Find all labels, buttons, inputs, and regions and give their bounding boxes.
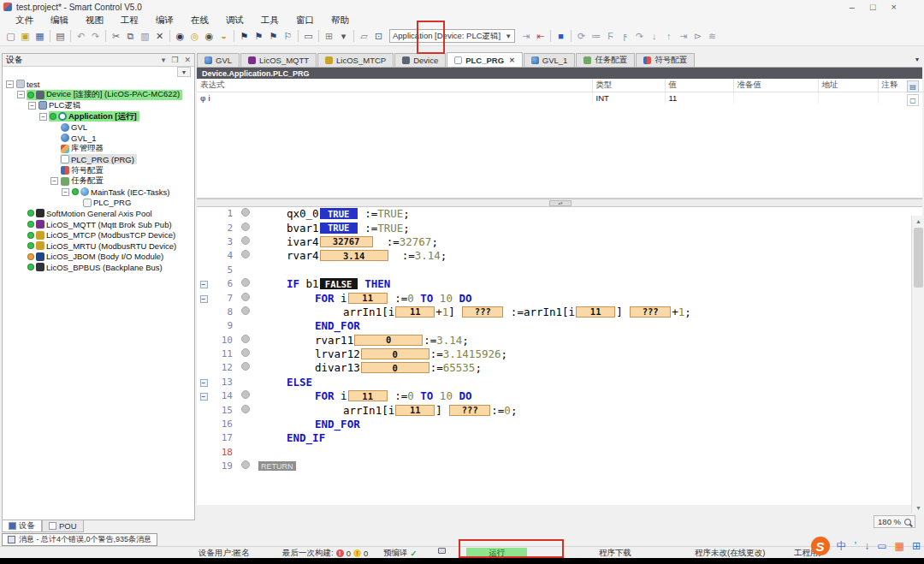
tree-item-chip[interactable]: GVL [60, 122, 90, 133]
menu-编辑[interactable]: 编辑 [42, 15, 77, 27]
bookmark-next-icon[interactable]: ⚑ [267, 29, 280, 44]
breakpoint-slot[interactable] [236, 335, 255, 346]
new-window-icon[interactable]: ▱ [358, 29, 370, 44]
st-code-editor[interactable]: 1qx0_0TRUE :=TRUE;2bvar1TRUE :=TRUE;3iva… [197, 207, 922, 505]
tree-item[interactable]: PLC_PRG [3, 198, 194, 209]
breakpoint-dot-icon[interactable] [241, 293, 250, 301]
code-line-10[interactable]: 10rvar110:=3.14; [197, 333, 922, 347]
panel-tab-POU[interactable]: POU [42, 520, 84, 532]
application-selector[interactable]: Application [Device: PLC逻辑] ▼ [389, 29, 515, 43]
close-button[interactable]: × [891, 2, 897, 12]
ime-tools-icon[interactable]: ⊞ [912, 540, 921, 552]
print-icon[interactable]: ▤ [54, 29, 67, 44]
panel-float-icon[interactable]: ❐ [171, 56, 178, 64]
tree-item[interactable]: −Device [连接的] (LicOS-PAC-MC622) [3, 90, 194, 101]
tab-符号配置[interactable]: 符号配置 [636, 53, 695, 67]
single-cycle-icon[interactable]: ⟳ [575, 29, 588, 44]
tab-close-icon[interactable]: ✕ [509, 56, 515, 64]
tab-GVL_1[interactable]: GVL_1 [524, 53, 576, 67]
code-line-16[interactable]: 16END_FOR [197, 417, 922, 430]
menu-工具[interactable]: 工具 [252, 15, 287, 27]
replace-icon[interactable]: ◉ [203, 29, 216, 44]
code-line-15[interactable]: 15arrIn1[i11] ???:=0; [197, 403, 922, 417]
ime-lang-icon[interactable]: 中 [837, 539, 847, 554]
new-file-icon[interactable]: ▢ [4, 29, 17, 44]
fold-toggle[interactable]: − [197, 293, 210, 304]
build-icon[interactable]: ⊞ [323, 29, 335, 44]
tree-item[interactable]: LicOS_MQTT (Mqtt Brok Sub Pub) [3, 219, 194, 230]
step-over-icon[interactable]: ↷ [633, 29, 646, 44]
editor-vertical-scrollbar[interactable]: ▲ ▼ [911, 216, 924, 514]
tree-item[interactable]: −test [3, 79, 194, 90]
fold-toggle[interactable]: − [197, 390, 210, 401]
ime-punct-icon[interactable]: ’ [855, 540, 857, 552]
tree-item[interactable]: GVL_1 [3, 133, 194, 144]
bookmark-toggle-icon[interactable]: ⚑ [238, 29, 251, 44]
code-line-13[interactable]: −13ELSE [197, 375, 922, 389]
tree-item-chip[interactable]: PLC逻辑 [38, 100, 83, 110]
menu-在线[interactable]: 在线 [182, 15, 217, 27]
code-line-5[interactable]: 5 [197, 263, 922, 276]
tab-LicOS_MQTT[interactable]: LicOS_MQTT [240, 53, 317, 67]
tree-item[interactable]: SoftMotion General Axis Pool [3, 208, 194, 219]
breakpoint-slot[interactable] [236, 236, 255, 247]
ime-mic-icon[interactable]: ↓ [864, 540, 869, 552]
ime-keyboard-icon[interactable]: ▭ [877, 540, 886, 552]
unforce-values-icon[interactable]: ϝ [619, 29, 631, 44]
expander-icon[interactable]: − [50, 177, 58, 185]
tree-item-chip[interactable]: Device [连接的] (LicOS-PAC-MC622) [27, 90, 182, 100]
tab-任务配置[interactable]: 任务配置 [576, 53, 635, 67]
breakpoint-dot-icon[interactable] [241, 348, 250, 357]
ime-shop-icon[interactable]: ▦ [895, 540, 904, 552]
tree-item[interactable]: LicOS_MTCP (ModbusTCP Device) [3, 229, 194, 240]
tab-Device[interactable]: Device [394, 53, 446, 67]
tree-item-chip[interactable]: LicOS_JBOM (Body I/O Module) [27, 252, 166, 262]
find-icon[interactable]: ◉ [174, 29, 187, 44]
expander-icon[interactable]: − [39, 113, 47, 121]
expander-icon[interactable]: − [17, 91, 25, 98]
code-line-11[interactable]: 11lrvar120:=3.1415926; [197, 347, 922, 360]
panel-close-icon[interactable]: ✕ [184, 56, 191, 64]
tree-item-chip[interactable]: Application [运行] [49, 111, 139, 122]
tree-item[interactable]: LicOS_MRTU (ModbusRTU Device) [3, 240, 194, 252]
force-values-icon[interactable]: Ϝ [604, 29, 617, 44]
undo-icon[interactable]: ↶ [74, 29, 87, 44]
breakpoint-slot[interactable] [236, 223, 255, 234]
editor-zoom-control[interactable]: 180 % [874, 515, 915, 528]
breakpoint-dot-icon[interactable] [241, 405, 250, 413]
watch-doc-button[interactable]: ▢ [907, 94, 919, 106]
tree-item[interactable]: 符号配置 [3, 165, 194, 176]
code-line-14[interactable]: −14FOR i11 :=0 TO 10 DO [197, 389, 922, 403]
breakpoint-slot[interactable] [236, 306, 255, 318]
tree-item-chip[interactable]: LicOS_MQTT (Mqtt Brok Sub Pub) [27, 219, 175, 229]
ime-logo-icon[interactable]: S [811, 537, 830, 555]
scroll-up-icon[interactable]: ▲ [912, 216, 924, 227]
delete-icon[interactable]: ✕ [153, 29, 166, 44]
breakpoint-slot[interactable] [236, 293, 255, 304]
editor-splitter[interactable]: ▴▾ [197, 199, 922, 207]
set-next-statement-icon[interactable]: ⊳ [691, 29, 704, 44]
tree-item-chip[interactable]: test [15, 79, 42, 89]
maximize-button[interactable]: □ [870, 2, 876, 12]
watch-col-准备值[interactable]: 准备值 [733, 79, 818, 92]
tree-filter-dropdown[interactable]: ▼ [177, 67, 191, 77]
breakpoint-dot-icon[interactable] [241, 460, 250, 469]
write-values-icon[interactable]: ≔ [589, 29, 602, 44]
tree-item[interactable]: −任务配置 [3, 175, 194, 187]
fold-toggle[interactable]: − [197, 377, 210, 388]
tab-overflow-dropdown-icon[interactable]: ▾ [915, 56, 919, 63]
breakpoint-slot[interactable] [236, 390, 255, 401]
breakpoint-slot[interactable] [236, 405, 255, 416]
tree-item[interactable]: −PLC逻辑 [3, 100, 194, 111]
find-incremental-icon[interactable]: ◎ [188, 29, 201, 44]
breakpoint-dot-icon[interactable] [241, 390, 250, 399]
code-line-17[interactable]: 17END_IF [197, 431, 922, 445]
minimize-button[interactable]: – [850, 2, 855, 12]
fold-minus-icon[interactable]: − [200, 281, 208, 288]
logout-icon[interactable]: ⇤ [534, 29, 547, 44]
tree-item[interactable]: LicOS_JBOM (Body I/O Module) [3, 252, 194, 263]
menu-工程[interactable]: 工程 [112, 15, 147, 27]
tree-item-chip[interactable]: 任务配置 [60, 176, 106, 187]
code-line-1[interactable]: 1qx0_0TRUE :=TRUE; [197, 207, 922, 221]
menu-文件[interactable]: 文件 [7, 15, 42, 27]
